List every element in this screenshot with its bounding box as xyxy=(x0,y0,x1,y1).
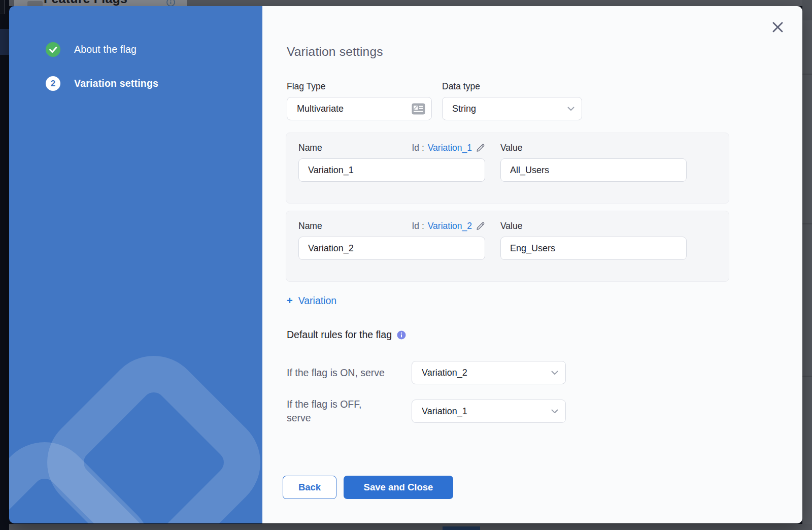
variation-id-link[interactable]: Variation_1 xyxy=(428,143,472,153)
close-button[interactable] xyxy=(771,20,784,34)
backdrop-bottom-tab xyxy=(443,526,480,530)
data-type-field: Data type String xyxy=(442,81,582,120)
variation-settings-modal: About the flag 2 Variation settings Vari… xyxy=(9,6,802,523)
back-button[interactable]: Back xyxy=(283,476,336,499)
data-type-value: String xyxy=(452,104,476,114)
flag-off-serve-select[interactable]: Variation_1 xyxy=(412,400,566,423)
variation-name-input[interactable] xyxy=(298,237,485,260)
value-label: Value xyxy=(500,143,522,153)
flag-type-field: Flag Type Multivariate xyxy=(287,81,432,120)
step-label: Variation settings xyxy=(74,78,158,89)
backdrop-right-strip xyxy=(802,0,812,524)
data-type-label: Data type xyxy=(442,81,582,92)
add-variation-button[interactable]: + Variation xyxy=(287,295,336,307)
wizard-steps-sidebar: About the flag 2 Variation settings xyxy=(9,6,262,523)
flag-type-value: Multivariate xyxy=(297,104,344,114)
chevron-down-icon xyxy=(551,371,558,375)
variation-value-input[interactable] xyxy=(500,158,687,182)
step-complete-check-icon xyxy=(46,42,60,57)
backdrop-sidebar-logo-box xyxy=(0,0,5,14)
default-rules-heading: Default rules for the flag xyxy=(287,329,392,341)
flag-type-value-box: Multivariate xyxy=(287,97,432,120)
backdrop-page-title: Feature Flags xyxy=(44,0,127,6)
variation-value-input[interactable] xyxy=(500,237,687,260)
flag-on-serve-value: Variation_2 xyxy=(422,368,467,378)
add-variation-label: Variation xyxy=(298,295,337,307)
step-label: About the flag xyxy=(74,44,137,55)
variation-id-link[interactable]: Variation_2 xyxy=(428,221,472,231)
info-icon[interactable] xyxy=(397,330,406,340)
flag-off-rule-row: If the flag is OFF, serve Variation_1 xyxy=(287,397,802,425)
name-label: Name xyxy=(298,221,322,231)
backdrop-top-strip: Feature Flags xyxy=(9,0,812,6)
backdrop-mini-box xyxy=(27,1,43,6)
name-label: Name xyxy=(298,143,322,153)
chevron-down-icon xyxy=(567,107,574,111)
variation-card-2: Name Id : Variation_2 xyxy=(286,211,729,282)
info-icon xyxy=(166,0,175,6)
variation-card-1: Name Id : Variation_1 xyxy=(286,132,729,204)
backdrop-sidebar-active-item xyxy=(0,29,9,55)
edit-pencil-icon[interactable] xyxy=(476,221,485,231)
multivariate-card-icon xyxy=(412,103,425,115)
step-about-the-flag[interactable]: About the flag xyxy=(46,42,137,57)
panel-title: Variation settings xyxy=(287,45,802,59)
variation-name-input[interactable] xyxy=(298,158,485,182)
id-prefix: Id : xyxy=(412,221,424,231)
plus-icon: + xyxy=(287,295,293,307)
chevron-down-icon xyxy=(551,409,558,414)
value-label: Value xyxy=(500,221,522,231)
backdrop-app-sidebar xyxy=(0,0,9,530)
save-and-close-button[interactable]: Save and Close xyxy=(344,476,453,499)
flag-type-label: Flag Type xyxy=(287,81,432,92)
flag-on-serve-select[interactable]: Variation_2 xyxy=(412,361,566,384)
backdrop-bottom-strip xyxy=(9,524,812,530)
flag-off-serve-value: Variation_1 xyxy=(422,406,467,417)
flag-off-label: If the flag is OFF, serve xyxy=(287,397,412,425)
flag-on-rule-row: If the flag is ON, serve Variation_2 xyxy=(287,361,802,384)
flag-on-label: If the flag is ON, serve xyxy=(287,366,412,380)
close-icon xyxy=(772,21,784,33)
brand-watermark-icon xyxy=(9,239,262,523)
id-prefix: Id : xyxy=(412,143,424,153)
variation-settings-panel: Variation settings Flag Type Multivariat… xyxy=(262,6,802,523)
backdrop-title-panel: Feature Flags xyxy=(14,0,187,6)
step-variation-settings[interactable]: 2 Variation settings xyxy=(46,76,158,91)
data-type-select[interactable]: String xyxy=(442,97,582,120)
edit-pencil-icon[interactable] xyxy=(476,143,485,153)
step-number-badge: 2 xyxy=(46,76,60,91)
